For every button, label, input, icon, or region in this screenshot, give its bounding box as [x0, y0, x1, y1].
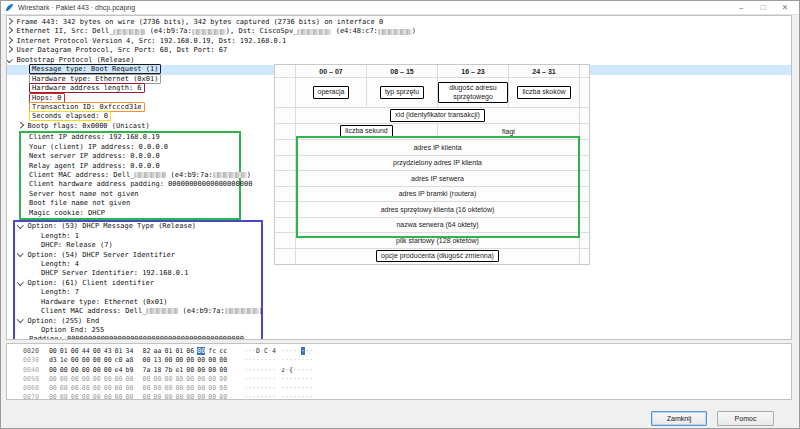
hex-ascii-char[interactable]: · — [272, 384, 276, 392]
hex-byte[interactable]: 00 — [49, 366, 57, 374]
tree-row[interactable]: Length: 1 — [15, 232, 261, 241]
hex-byte[interactable]: 00 — [93, 384, 101, 392]
hex-byte[interactable]: 00 — [60, 393, 68, 400]
hex-byte[interactable]: 7b — [164, 366, 172, 374]
hex-byte[interactable]: 00 — [197, 375, 205, 383]
hex-byte[interactable]: a8 — [126, 356, 134, 364]
hex-byte[interactable]: 00 — [104, 356, 112, 364]
expand-chevron-icon[interactable] — [6, 27, 12, 33]
hex-ascii-char[interactable]: · — [309, 384, 313, 392]
hex-byte[interactable]: 00 — [104, 366, 112, 374]
hex-ascii-char[interactable]: 4 — [272, 347, 276, 355]
hex-byte[interactable]: 34 — [126, 347, 134, 355]
tree-row[interactable]: Client MAC address: Dell_ (e4:b9:7a:) — [15, 307, 261, 316]
tree-row[interactable]: Client hardware address padding: 0000000… — [21, 180, 239, 189]
hex-byte[interactable]: 00 — [186, 366, 194, 374]
collapse-chevron-icon[interactable] — [17, 222, 23, 228]
expand-chevron-icon[interactable] — [17, 122, 23, 128]
hex-byte[interactable]: 00 — [164, 384, 172, 392]
hex-byte[interactable]: 44 — [82, 347, 90, 355]
hex-byte[interactable]: 00 — [197, 384, 205, 392]
hex-byte[interactable]: 00 — [104, 375, 112, 383]
hex-byte[interactable]: 00 — [71, 366, 79, 374]
hex-byte[interactable]: 00 — [93, 356, 101, 364]
hex-byte[interactable]: 00 — [93, 393, 101, 400]
hex-byte[interactable]: 00 — [164, 375, 172, 383]
tree-row[interactable]: DHCP: Release (7) — [15, 241, 261, 250]
hex-byte[interactable]: 1e — [60, 356, 68, 364]
hex-byte[interactable]: 00 — [49, 347, 57, 355]
hex-byte[interactable]: 00 — [82, 393, 90, 400]
hex-byte[interactable]: 00 — [208, 375, 216, 383]
hex-byte[interactable]: 43 — [104, 347, 112, 355]
hex-byte[interactable]: 00 — [143, 375, 151, 383]
hex-byte[interactable]: 00 — [126, 384, 134, 392]
hex-byte[interactable]: 00 — [104, 393, 112, 400]
hex-byte[interactable]: 01 — [115, 347, 123, 355]
hex-byte[interactable]: 06 — [186, 347, 194, 355]
hex-byte[interactable]: 00 — [143, 393, 151, 400]
hex-byte[interactable]: 01 — [60, 347, 68, 355]
tree-row[interactable]: Boot file name not given — [21, 199, 239, 208]
hex-byte[interactable]: 00 — [71, 356, 79, 364]
hex-byte[interactable]: 00 — [197, 393, 205, 400]
hex-ascii-char[interactable]: · — [272, 356, 276, 364]
hex-byte[interactable]: 00 — [186, 384, 194, 392]
collapse-chevron-icon[interactable] — [17, 316, 23, 322]
hex-byte[interactable]: 00 — [82, 366, 90, 374]
hex-byte[interactable]: 00 — [143, 356, 151, 364]
hex-byte[interactable]: 00 — [71, 393, 79, 400]
hex-ascii-char[interactable]: · — [272, 366, 276, 374]
hex-byte[interactable]: 00 — [49, 384, 57, 392]
expand-chevron-icon[interactable] — [6, 37, 12, 43]
hex-byte[interactable]: 00 — [93, 347, 101, 355]
hex-byte[interactable]: e1 — [175, 366, 183, 374]
close-button[interactable]: Zamknij — [651, 411, 707, 426]
maximize-button[interactable]: □ — [752, 2, 774, 14]
minimize-button[interactable]: – — [730, 2, 752, 14]
hex-byte[interactable]: 01 — [175, 347, 183, 355]
hex-byte[interactable]: 00 — [186, 375, 194, 383]
tree-row[interactable]: Client IP address: 192.168.0.19 — [21, 133, 239, 142]
expand-chevron-icon[interactable] — [6, 46, 12, 52]
hex-ascii-char[interactable]: · — [309, 366, 313, 374]
hex-byte[interactable]: 00 — [219, 366, 227, 374]
hex-byte[interactable]: 00 — [71, 347, 79, 355]
hex-byte[interactable]: 00 — [71, 384, 79, 392]
hex-byte[interactable]: 00 — [60, 384, 68, 392]
tree-row[interactable]: DHCP Server Identifier: 192.168.0.1 — [15, 269, 261, 278]
hex-byte[interactable]: 00 — [93, 375, 101, 383]
hex-byte[interactable]: 00 — [219, 393, 227, 400]
tree-row[interactable]: Server host name not given — [21, 190, 239, 199]
hex-byte[interactable]: e4 — [115, 366, 123, 374]
hex-byte[interactable]: 00 — [82, 375, 90, 383]
hex-byte[interactable]: 00 — [175, 393, 183, 400]
hex-byte[interactable]: 00 — [82, 356, 90, 364]
tree-row[interactable]: Your (client) IP address: 0.0.0.0 — [21, 143, 239, 152]
tree-row[interactable]: Option: (53) DHCP Message Type (Release) — [15, 222, 261, 231]
hex-byte[interactable]: fc — [208, 347, 216, 355]
hex-byte[interactable]: 00 — [208, 366, 216, 374]
hex-byte[interactable]: 00 — [208, 384, 216, 392]
hex-byte[interactable]: 00 — [143, 384, 151, 392]
hex-byte[interactable]: 00 — [115, 384, 123, 392]
hex-byte[interactable]: 00 — [126, 375, 134, 383]
hex-byte[interactable]: 00 — [197, 356, 205, 364]
tree-row[interactable]: User Datagram Protocol, Src Port: 68, Ds… — [7, 46, 791, 55]
hex-byte[interactable]: 00 — [175, 384, 183, 392]
hex-ascii-char[interactable]: · — [309, 356, 313, 364]
hex-byte[interactable]: 00 — [175, 375, 183, 383]
hex-ascii-char[interactable]: · — [309, 375, 313, 383]
tree-row[interactable]: Relay agent IP address: 0.0.0.0 — [21, 162, 239, 171]
hex-byte[interactable]: cc — [219, 347, 227, 355]
hex-byte[interactable]: 00 — [186, 356, 194, 364]
hex-byte[interactable]: 13 — [153, 356, 161, 364]
hex-byte[interactable]: 00 — [49, 393, 57, 400]
hex-byte[interactable]: aa — [153, 347, 161, 355]
hex-byte[interactable]: 00 — [153, 393, 161, 400]
hex-byte[interactable]: 00 — [197, 347, 205, 355]
hex-byte[interactable]: 00 — [208, 356, 216, 364]
collapse-chevron-icon[interactable] — [6, 56, 12, 62]
hex-byte[interactable]: 01 — [164, 347, 172, 355]
hex-ascii-char[interactable]: · — [272, 375, 276, 383]
